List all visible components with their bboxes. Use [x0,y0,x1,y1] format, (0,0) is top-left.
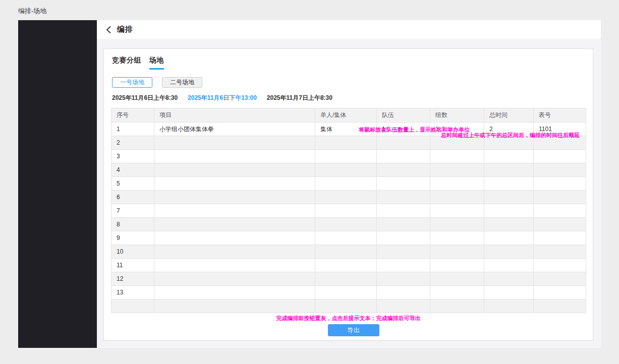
table-cell [534,191,586,204]
table-cell: 2 [111,136,154,150]
venue-button-no1[interactable]: 一号场地 [112,77,152,88]
table-cell [484,204,534,218]
table-row: 13 [111,286,586,299]
table-cell [430,272,484,286]
table-row: 7 [111,204,586,218]
session-tab-nov7-morning[interactable]: 2025年11月7日上午8:30 [267,94,332,102]
table-cell [484,177,534,191]
table-cell [377,299,430,313]
table-cell: 4 [111,163,154,177]
table-cell [154,177,315,191]
topbar: 编排 [97,20,601,39]
table-cell: 11 [111,259,154,272]
table-cell: 5 [111,177,154,191]
venue-button-group: 一号场地 二号场地 [112,77,586,88]
column-header: 组数 [430,108,484,123]
venue-button-no2[interactable]: 二号场地 [162,77,202,88]
table-cell [377,272,430,286]
table-cell [377,286,430,299]
table-cell [430,218,484,231]
chevron-left-icon [106,26,111,34]
table-cell [315,163,377,177]
table-body: 1小学组小团体集体拳集体11211012345678910111213 [111,123,586,313]
table-cell: 8 [111,218,154,231]
table-row: 3 [111,150,586,163]
table-cell: 9 [111,231,154,245]
table-cell [154,231,315,245]
tab-bar: 竞赛分组 场地 [112,56,586,70]
content-area: 编排 竞赛分组 场地 一号场地 二号场地 2025年11月6日上午8:30 20… [97,20,601,348]
table-cell [534,272,586,286]
table-cell [154,299,315,313]
table-cell [484,231,534,245]
page-title: 编排 [117,25,133,34]
export-button[interactable]: 导出 [328,324,379,336]
back-button[interactable] [106,26,111,34]
table-cell [430,286,484,299]
table-cell [430,259,484,272]
column-header: 项目 [154,108,315,123]
table-row: 8 [111,218,586,231]
table-cell [315,191,377,204]
table-cell [154,286,315,299]
table-cell [534,204,586,218]
table-cell: 3 [111,150,154,163]
session-tabs: 2025年11月6日上午8:30 2025年11月6日下午13:00 2025年… [112,94,586,102]
tab-competition-grouping[interactable]: 竞赛分组 [112,56,141,70]
session-tab-nov6-afternoon[interactable]: 2025年11月6日下午13:00 [188,94,257,102]
session-tab-nov6-morning[interactable]: 2025年11月6日上午8:30 [112,94,178,102]
table-cell [484,286,534,299]
table-cell [534,163,586,177]
table-cell [377,231,430,245]
table-cell [377,163,430,177]
table-cell [430,231,484,245]
table-cell [484,272,534,286]
column-header: 单人/集体 [315,108,377,123]
table-cell [534,245,586,259]
table-cell [534,259,586,272]
table-cell [154,191,315,204]
table-row: 11 [111,259,586,272]
table-row [111,299,586,313]
table-cell: 12 [111,272,154,286]
table-cell [534,299,586,313]
column-header: 表号 [534,108,586,123]
table-cell [377,191,430,204]
table-cell [484,299,534,313]
table-cell [315,299,377,313]
table-cell [377,177,430,191]
table-cell [377,245,430,259]
table-cell [377,204,430,218]
table-cell [315,150,377,163]
annotation-time-overflow: 总时间超过上午或下午的总区间后，编排的时间往后顺延 [441,132,580,139]
table-cell [430,191,484,204]
table-cell [377,150,430,163]
table-cell [154,218,315,231]
table-cell: 6 [111,191,154,204]
table-cell [484,191,534,204]
column-header: 序号 [111,108,154,123]
table-cell [315,204,377,218]
table-cell: 10 [111,245,154,259]
column-header: 队伍 [377,108,430,123]
table-cell [111,299,154,313]
tab-venue[interactable]: 场地 [149,56,164,70]
table-row: 6 [111,191,586,204]
table-cell [534,150,586,163]
table-cell: 13 [111,286,154,299]
table-cell [315,136,377,150]
table-cell [377,218,430,231]
table-cell [484,150,534,163]
table-cell [484,259,534,272]
table-cell [315,286,377,299]
table-cell [430,299,484,313]
table-row: 9 [111,231,586,245]
sidebar [18,20,97,348]
table-cell [534,218,586,231]
table-cell [154,272,315,286]
table-cell [484,218,534,231]
table-cell [315,272,377,286]
table-cell [154,163,315,177]
table-cell [154,150,315,163]
table-cell [534,286,586,299]
